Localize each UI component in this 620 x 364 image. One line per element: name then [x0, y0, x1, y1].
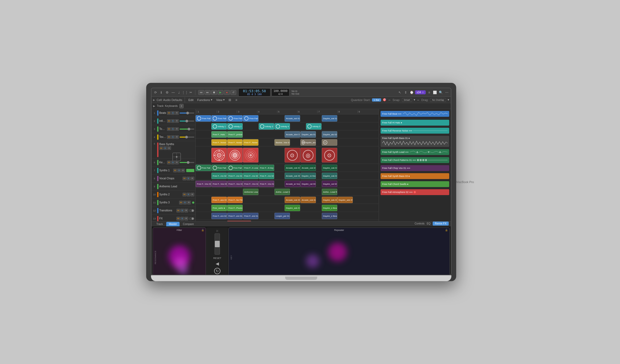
rec-btn-13[interactable]: R	[184, 217, 188, 220]
clip-inf-3[interactable]: Infinity 3	[259, 123, 274, 130]
rec-btn-6[interactable]: R	[175, 161, 179, 164]
rec-btn-7[interactable]: R	[181, 169, 185, 172]
clip-arcade-ook3[interactable]: Arcade_ook 04	[300, 165, 316, 171]
clip-daydre-ats1[interactable]: Daydre_ats 01	[300, 131, 316, 138]
tab-track[interactable]: Track	[154, 222, 166, 226]
solo-btn-1[interactable]: S	[171, 111, 175, 115]
search-icon[interactable]: 🔍	[439, 90, 443, 95]
forward-btn[interactable]: ⏭	[205, 90, 211, 95]
clip-inf-5[interactable]: Infinity 5	[306, 123, 321, 130]
clip-daydre-ads3[interactable]: Daydre_ads 03	[322, 197, 337, 203]
filter-pad[interactable]: Filter 🔒 RESONANCE CUTOFF	[153, 227, 206, 275]
mute-btn-10[interactable]: M	[183, 193, 186, 196]
clip-daydre-ats-hook[interactable]: ◎	[300, 148, 316, 162]
clip-kb-arp[interactable]: Free F...th Arp	[259, 165, 274, 171]
clip-daydre-eat[interactable]: Daydre_eat 01	[322, 115, 337, 122]
clip-daydre-ats2[interactable]: Daydre_ats 02	[322, 131, 337, 138]
rec-btn-10[interactable]: R	[191, 193, 194, 196]
clip-vox2[interactable]: Free F...Vox 01	[211, 181, 227, 187]
minus-icon[interactable]: —	[171, 90, 176, 95]
clip-beat-1[interactable]: Free Fall Beat	[196, 115, 211, 122]
grid-icon[interactable]: ⋮⋮	[183, 90, 187, 95]
clip-bass3[interactable]	[243, 148, 258, 162]
solo-btn-13[interactable]: S	[180, 217, 184, 220]
add-track-btn[interactable]: +	[179, 104, 184, 108]
clip-beat-3[interactable]: Free Fall Beat	[227, 115, 243, 122]
right-clip-hihats[interactable]: Free Fall Hi Hats ♦	[381, 120, 449, 126]
clip-kb-3[interactable]: Free Fall Piano	[227, 165, 243, 171]
clip-hats[interactable]: Free F...Hats	[211, 131, 227, 138]
clip-arcade-slon[interactable]: Arcade_slon 01	[285, 131, 300, 138]
solo-btn-4[interactable]: S	[171, 135, 175, 139]
clip-vox3[interactable]: Free F...Vox 01	[227, 181, 243, 187]
settings-icon[interactable]: ⚙	[165, 90, 170, 95]
clip-inf-4[interactable]: Infinity 4	[274, 123, 290, 130]
mute-btn-11[interactable]: M	[179, 201, 183, 204]
clip-bass2[interactable]	[227, 148, 243, 162]
window-icon[interactable]: ⬜	[433, 90, 437, 95]
clip-cymbal[interactable]: Free F...ymbals	[227, 131, 243, 138]
clip-syn1-rns02-2[interactable]: Free F...rns 02	[243, 173, 258, 179]
clip-daydre-ook4[interactable]: ⊙	[322, 148, 337, 162]
record-btn[interactable]: ●	[224, 90, 230, 95]
clip-anth-lead3[interactable]: Anthe...Lead 3	[274, 189, 290, 195]
clip-daydre-ads5[interactable]: Daydre_ads 05	[337, 197, 353, 203]
clip-inf-2[interactable]: Infinity 2	[227, 123, 243, 130]
solo-btn-10[interactable]: S	[187, 193, 190, 196]
clip-kb-1[interactable]: Free Fall Piano	[196, 165, 211, 171]
rec-btn-5[interactable]: R	[167, 146, 171, 150]
functions-menu[interactable]: Functions ▾	[196, 98, 214, 102]
rec-btn-4[interactable]: R	[175, 135, 179, 139]
controls-tab[interactable]: Controls	[414, 222, 424, 225]
play-btn[interactable]: ▶	[218, 90, 223, 95]
clip-syn1-rns02-1[interactable]: Free F...rns 02	[211, 173, 227, 179]
stop-btn[interactable]: ⏹	[211, 90, 217, 95]
clip-noise3[interactable]: Free F...Noise	[243, 139, 258, 146]
fader-2[interactable]	[180, 121, 194, 122]
mute-btn-3[interactable]: M	[167, 127, 171, 131]
right-clip-synthlead[interactable]: Free Fall Synth Lead ∞∞	[381, 149, 449, 155]
rewind-btn[interactable]: ⏮	[198, 90, 204, 95]
edit-menu[interactable]: Edit	[187, 98, 195, 102]
quantize-value[interactable]: 1 Bar	[372, 98, 381, 102]
clip-daydre-beat[interactable]: Daydre_e Beat	[322, 213, 337, 219]
solo-btn-3[interactable]: S	[171, 127, 175, 131]
fader-4[interactable]	[180, 137, 194, 138]
clip-syn3-plucks[interactable]: Free F...Plucks	[227, 205, 243, 211]
clip-syn1-rns01[interactable]: Free F...rns 01	[227, 173, 243, 179]
right-clip-synthbass3[interactable]: Free Fall Synth Bass 03 ♦	[381, 173, 449, 179]
loop-btn[interactable]: ↺	[230, 90, 236, 95]
mute-btn-6[interactable]: M	[167, 161, 171, 164]
clip-arcade-ook1[interactable]: ⊙	[285, 148, 300, 162]
repeater-pad[interactable]: Repeater 🔒 KEY RATE	[228, 227, 450, 275]
more-icon[interactable]: ⋯	[444, 90, 449, 95]
list-view-icon[interactable]: ≡	[234, 98, 239, 102]
drag-value[interactable]: No Overlap	[430, 98, 446, 102]
mute-btn-1[interactable]: M	[167, 111, 171, 115]
clip-arcade-ook2-2[interactable]: Arcade_ook 02	[300, 197, 316, 203]
loop-icon[interactable]: ⟳	[153, 90, 158, 95]
remixfx-tab[interactable]: Remix FX	[433, 222, 449, 226]
clip-daydre-cal3[interactable]: Daydre_cal 03	[300, 181, 316, 187]
clip-beat-2[interactable]: Free Fall Beat	[211, 115, 227, 122]
rec-btn-1[interactable]: R	[175, 111, 179, 115]
clip-inf-1[interactable]: Infinity 1	[211, 123, 227, 130]
clip-arcade-ook2[interactable]: Arcade_ook 03	[285, 165, 300, 171]
clip-anth-lead1[interactable]: Anthemic Lead	[243, 189, 258, 195]
clip-syn1-rns02-3[interactable]: Free F...rns 02	[259, 173, 274, 179]
clip-daydre-ook4-2[interactable]: Daydre_ook 04	[322, 173, 337, 179]
tracks-content[interactable]: Free Fall Beat Free Fall Beat Free Fall …	[196, 114, 379, 221]
tab-compare[interactable]: Compare	[180, 222, 196, 226]
solo-btn-12[interactable]: S	[180, 209, 184, 212]
clip-syn2-ass03[interactable]: Free F...ass 03	[211, 197, 227, 203]
clip-arcade-vox[interactable]: Arcade_ar Vox	[285, 181, 300, 187]
right-clip-reverse[interactable]: Free Fall Reverse Noise ∞∞	[381, 128, 449, 134]
eq-tab[interactable]: EQ	[427, 222, 431, 225]
rec-btn-3[interactable]: R	[175, 127, 179, 131]
rec-btn-2[interactable]: R	[175, 119, 179, 123]
right-clip-chopvox[interactable]: Free Fall Chop Vox 01 ∞∞	[381, 165, 449, 171]
clip-daydre-ads2[interactable]: Daydre_e Beat	[322, 205, 337, 211]
metronome-icon[interactable]: ♩	[177, 90, 181, 95]
clip-kb-2[interactable]: Free Fall Piano	[211, 165, 227, 171]
right-clip-beat[interactable]: Free Fall Beat ∞∞	[381, 111, 449, 117]
